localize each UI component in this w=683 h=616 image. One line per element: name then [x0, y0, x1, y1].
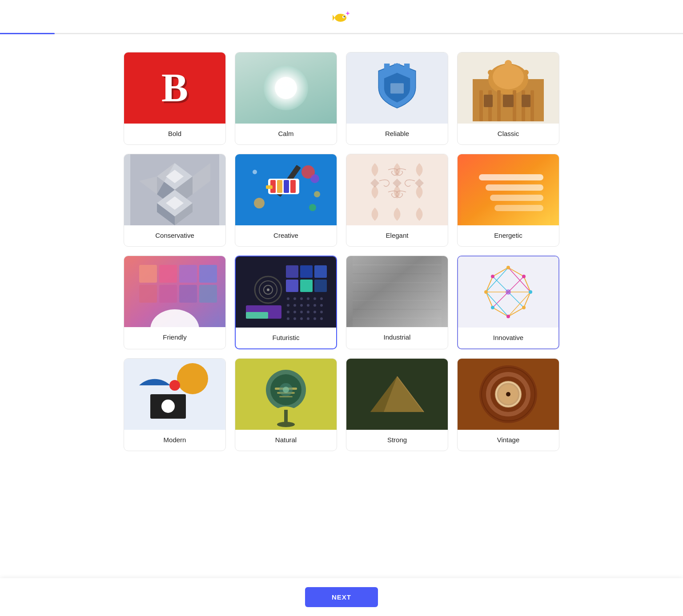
- card-label-strong: Strong: [346, 430, 448, 451]
- svg-rect-25: [503, 95, 514, 107]
- svg-rect-23: [530, 90, 534, 121]
- svg-point-136: [491, 275, 494, 278]
- logo-container: [332, 8, 351, 28]
- svg-rect-24: [484, 95, 493, 107]
- svg-rect-72: [199, 285, 217, 303]
- card-image-futuristic: [236, 256, 336, 328]
- card-image-industrial: [346, 256, 448, 327]
- svg-rect-83: [300, 280, 313, 292]
- svg-point-105: [300, 317, 303, 320]
- style-card-creative[interactable]: Creative: [235, 154, 337, 247]
- svg-point-104: [293, 317, 296, 320]
- card-image-friendly: [124, 256, 225, 327]
- style-card-reliable[interactable]: Reliable: [346, 52, 448, 145]
- next-button[interactable]: NEXT: [305, 587, 378, 607]
- style-card-classic[interactable]: Classic: [457, 52, 559, 145]
- card-image-bold: B: [124, 52, 225, 124]
- svg-rect-12: [390, 83, 404, 93]
- svg-point-142: [161, 400, 175, 413]
- style-card-bold[interactable]: B Bold: [124, 52, 226, 145]
- card-label-futuristic: Futuristic: [236, 328, 336, 348]
- industrial-texture-icon: [353, 256, 442, 327]
- svg-point-54: [314, 191, 320, 197]
- svg-point-29: [523, 70, 529, 75]
- svg-point-107: [313, 317, 316, 320]
- style-card-modern[interactable]: Modern: [124, 358, 226, 451]
- svg-rect-18: [479, 90, 483, 121]
- svg-point-52: [309, 204, 316, 211]
- svg-rect-66: [159, 265, 177, 283]
- svg-point-103: [287, 317, 289, 320]
- svg-point-53: [253, 170, 257, 174]
- card-image-calm: [235, 52, 337, 124]
- style-card-calm[interactable]: Calm: [235, 52, 337, 145]
- style-card-energetic[interactable]: Energetic: [457, 154, 559, 247]
- svg-point-27: [488, 70, 493, 75]
- svg-rect-110: [246, 312, 268, 319]
- card-label-innovative: Innovative: [458, 328, 558, 348]
- svg-point-139: [177, 363, 208, 394]
- svg-rect-62: [490, 195, 543, 201]
- bottom-bar: NEXT: [0, 578, 683, 616]
- style-card-innovative[interactable]: Innovative: [457, 256, 559, 349]
- style-card-industrial[interactable]: Industrial: [346, 256, 448, 349]
- style-card-elegant[interactable]: Elegant: [346, 154, 448, 247]
- card-label-calm: Calm: [235, 124, 337, 144]
- svg-point-102: [320, 311, 323, 313]
- svg-rect-47: [290, 180, 296, 193]
- svg-rect-67: [179, 265, 197, 283]
- style-card-vintage[interactable]: Vintage: [457, 358, 559, 451]
- card-label-classic: Classic: [458, 124, 559, 144]
- svg-point-100: [307, 311, 309, 313]
- svg-point-51: [254, 198, 265, 208]
- svg-rect-149: [284, 410, 288, 423]
- svg-rect-71: [179, 285, 197, 303]
- style-grid: B Bold Calm: [124, 52, 559, 451]
- svg-point-50: [310, 174, 319, 183]
- card-image-creative: [235, 154, 337, 225]
- svg-rect-82: [286, 280, 298, 292]
- svg-rect-10: [394, 64, 400, 71]
- style-card-friendly[interactable]: Friendly: [124, 256, 226, 349]
- svg-point-90: [320, 297, 323, 300]
- card-label-bold: Bold: [124, 124, 225, 144]
- svg-rect-81: [314, 265, 327, 278]
- style-card-strong[interactable]: Strong: [346, 358, 448, 451]
- svg-rect-60: [479, 174, 543, 180]
- header: [0, 0, 683, 34]
- svg-rect-119: [353, 256, 442, 327]
- style-card-futuristic[interactable]: Futuristic: [235, 256, 337, 349]
- card-image-conservative: [124, 154, 225, 225]
- svg-point-164: [506, 392, 510, 396]
- elegant-pattern-icon: [353, 154, 442, 225]
- reliable-shield-icon: [375, 61, 419, 110]
- card-label-elegant: Elegant: [346, 225, 448, 246]
- futuristic-tech-icon: [241, 256, 330, 328]
- friendly-shapes-icon: [130, 256, 219, 327]
- svg-rect-48: [266, 185, 273, 189]
- card-label-industrial: Industrial: [346, 327, 448, 348]
- svg-rect-65: [139, 265, 157, 283]
- svg-point-130: [522, 275, 526, 278]
- svg-point-91: [287, 304, 289, 307]
- card-label-vintage: Vintage: [458, 430, 559, 451]
- card-label-natural: Natural: [235, 430, 337, 451]
- svg-point-129: [506, 266, 510, 269]
- conservative-pattern-icon: [130, 154, 219, 225]
- svg-rect-61: [486, 184, 543, 191]
- card-image-natural: [235, 359, 337, 430]
- style-card-natural[interactable]: Natural: [235, 358, 337, 451]
- svg-point-133: [506, 315, 510, 318]
- calm-inner-circle: [275, 77, 297, 99]
- svg-point-4: [347, 12, 349, 14]
- svg-point-96: [320, 304, 323, 307]
- card-label-reliable: Reliable: [346, 124, 448, 144]
- svg-point-97: [287, 311, 289, 313]
- card-image-strong: [346, 359, 448, 430]
- style-card-conservative[interactable]: Conservative: [124, 154, 226, 247]
- card-image-vintage: [458, 359, 559, 430]
- svg-point-131: [529, 290, 532, 294]
- svg-point-78: [267, 288, 269, 291]
- progress-fill: [0, 33, 55, 34]
- natural-lamp-icon: [241, 359, 330, 430]
